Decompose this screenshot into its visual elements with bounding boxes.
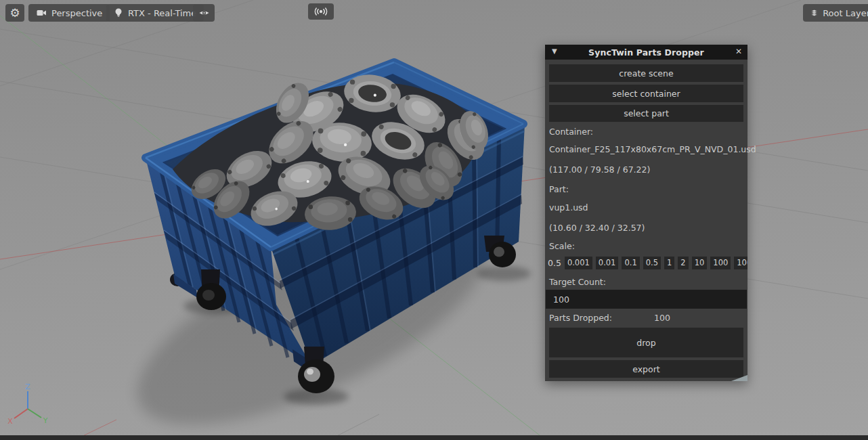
scale-option-button[interactable]: 10 [692, 257, 708, 270]
renderer-menu-button[interactable]: RTX - Real-Time [106, 4, 204, 22]
gizmo-z-label: Z [25, 382, 30, 391]
scale-option-button[interactable]: 0.001 [565, 257, 592, 270]
parts-dropped-row: Parts Dropped: 100 [549, 313, 612, 323]
gizmo-x-label: X [7, 417, 13, 426]
gear-icon: ⚙ [9, 7, 20, 19]
container-file-value: Container_F25_117x80x67cm_PR_V_NVD_01.us… [549, 145, 756, 154]
root-layer-label: Root Layer [823, 8, 868, 18]
panel-resize-grip[interactable] [731, 375, 747, 381]
target-count-input[interactable] [546, 290, 747, 309]
container-label: Container: [549, 127, 593, 137]
scale-option-button[interactable]: 100 [710, 257, 731, 270]
renderer-menu-label: RTX - Real-Time [128, 8, 196, 18]
scale-button-row: 0.5 0.001 0.01 0.1 0.5 1 2 10 100 1000 [548, 255, 747, 271]
scale-label: Scale: [549, 242, 575, 251]
select-container-button[interactable]: select container [549, 85, 743, 102]
camera-menu-label: Perspective [51, 8, 102, 18]
scale-option-button[interactable]: 0.1 [622, 257, 639, 270]
eye-icon [198, 7, 210, 18]
camera-menu-button[interactable]: Perspective [28, 4, 110, 22]
close-icon[interactable]: ✕ [735, 47, 742, 56]
layers-icon [810, 7, 818, 18]
create-scene-button[interactable]: create scene [549, 64, 743, 82]
export-button[interactable]: export [549, 360, 743, 378]
target-count-label: Target Count: [549, 278, 606, 287]
panel-title: SyncTwin Parts Dropper [545, 47, 747, 58]
synctwin-parts-dropper-panel: ▼ SyncTwin Parts Dropper ✕ create scene … [545, 45, 747, 381]
scale-option-button[interactable]: 1000 [734, 257, 747, 270]
live-sync-button[interactable] [308, 3, 334, 20]
container-dimensions-value: (117.00 / 79.58 / 67.22) [549, 165, 650, 175]
parts-dropped-label: Parts Dropped: [549, 313, 612, 323]
scale-current-value: 0.5 [548, 258, 561, 268]
root-layer-button[interactable]: Root Layer [803, 4, 868, 22]
camera-icon [36, 7, 47, 18]
scale-option-button[interactable]: 1 [664, 257, 674, 270]
axis-gizmo[interactable]: Z X Y [7, 382, 47, 426]
scale-option-button[interactable]: 0.5 [643, 257, 661, 270]
visibility-menu-button[interactable] [193, 4, 215, 22]
scale-option-button[interactable]: 2 [678, 257, 688, 270]
live-sync-icon [313, 6, 328, 17]
part-label: Part: [549, 185, 569, 194]
parts-dropped-value: 100 [654, 313, 670, 323]
part-file-value: vup1.usd [549, 203, 588, 213]
select-part-button[interactable]: select part [549, 105, 743, 122]
viewport-settings-button[interactable]: ⚙ [5, 4, 24, 22]
collapse-icon[interactable]: ▼ [552, 47, 557, 55]
viewport[interactable]: Z X Y ⚙ Perspective RTX - Real-Time [0, 0, 868, 440]
part-dimensions-value: (10.60 / 32.40 / 32.57) [549, 223, 645, 233]
gizmo-y-label: Y [43, 416, 48, 425]
bottom-bar [0, 435, 868, 440]
panel-header[interactable]: ▼ SyncTwin Parts Dropper ✕ [545, 45, 747, 60]
lightbulb-icon [114, 7, 123, 18]
drop-button[interactable]: drop [549, 328, 743, 357]
scale-option-button[interactable]: 0.01 [596, 257, 619, 270]
